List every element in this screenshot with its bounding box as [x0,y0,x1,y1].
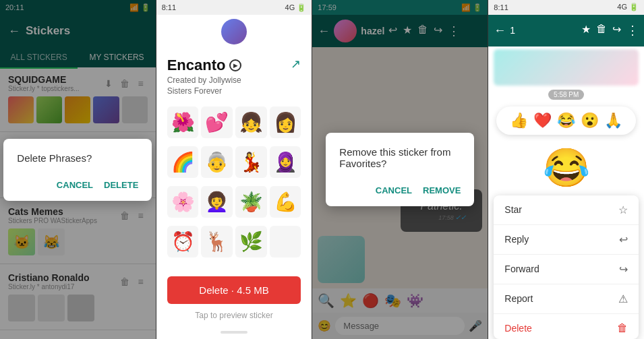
star-icon-context: ☆ [618,204,628,216]
delete-btn-container: Delete · 4.5 MB [156,268,312,308]
pack-header: Encanto ▶ Created by Jollywise Sisters F… [156,49,312,101]
context-item-delete[interactable]: Delete 🗑 [494,314,639,339]
sticker-cell[interactable]: 👩‍🦱 [201,186,233,218]
pack-creator: Created by Jollywise [167,75,242,85]
context-item-report[interactable]: Report ⚠ [494,284,639,314]
chat-header-4: ← 1 ★ 🗑 ↪ ⋮ [488,15,644,47]
time-badge: 5:58 PM [548,90,584,100]
forward-action-icon[interactable]: ↪ [612,23,621,38]
reply-label: Reply [504,234,529,245]
sticker-cell[interactable]: ⏰ [167,226,199,257]
delete-dialog-actions: CANCEL DELETE [17,177,138,193]
emoji-reaction-bar: 👍 ❤️ 😂 😮 🙏 [496,106,636,135]
back-button-4[interactable]: ← [494,24,506,38]
delete-button[interactable]: DELETE [104,177,138,193]
emoji-heart[interactable]: ❤️ [533,112,552,129]
star-action-icon[interactable]: ★ [581,23,591,38]
sticker-cell[interactable]: 👵 [201,146,233,178]
share-button[interactable]: ↗ [291,57,301,71]
blurred-image [494,49,639,86]
sticker-cell[interactable]: 🌺 [167,106,199,138]
emoji-laugh[interactable]: 😂 [557,112,575,129]
context-item-star[interactable]: Star ☆ [494,195,639,225]
cancel-button-3[interactable]: CANCEL [376,183,412,198]
sticker-cell[interactable]: 🦌 [201,226,233,257]
sticker-cell[interactable]: 🌈 [167,146,199,178]
remove-favorites-title: Remove this sticker from Favorites? [339,146,461,169]
reply-icon-context: ↩ [619,233,628,246]
remove-favorites-actions: CANCEL REMOVE [339,183,461,198]
context-item-forward[interactable]: Forward ↪ [494,255,639,284]
time-2: 8:11 [162,3,176,11]
more-menu-icon-4[interactable]: ⋮ [626,23,639,38]
context-menu: Star ☆ Reply ↩ Forward ↪ Report ⚠ Delete… [494,195,639,339]
report-label: Report [504,293,533,304]
selected-laugh-emoji: 😂 [488,140,644,195]
sticker-cell[interactable]: 👧 [235,106,267,138]
sticker-cell[interactable] [270,226,301,257]
panel-encanto-pack: 8:11 4G 🔋 Encanto ▶ Created by Jollywise… [156,0,313,339]
panel-sticker-list: 20:11 📶 🔋 ← Stickers ALL STICKERS MY STI… [0,0,156,339]
emoji-thumbs-up[interactable]: 👍 [510,112,528,129]
context-item-reply[interactable]: Reply ↩ [494,225,639,255]
cancel-button[interactable]: CANCEL [57,177,93,193]
delete-dialog: Delete Phrases? CANCEL DELETE [3,139,152,201]
emoji-wow[interactable]: 😮 [581,112,599,129]
delete-dialog-title: Delete Phrases? [17,152,138,164]
sticker-cell[interactable]: 👩 [270,106,301,138]
chat-actions-4: ★ 🗑 ↪ ⋮ [581,23,639,38]
emoji-pray[interactable]: 🙏 [604,112,622,129]
sticker-cell[interactable]: 💕 [201,106,233,138]
bottom-bar [221,331,247,334]
sticker-cell[interactable]: 🧕 [270,146,301,178]
delete-icon-context: 🗑 [617,322,628,334]
delete-label: Delete [504,323,531,334]
play-icon[interactable]: ▶ [229,59,241,71]
sticker-grid-encanto: 🌺 💕 👧 👩 🌈 👵 💃 🧕 🌸 👩‍🦱 🪴 💪 ⏰ 🦌 🌿 [156,101,312,268]
pack-title: Encanto ▶ [167,57,242,74]
sticker-cell[interactable]: 🌸 [167,186,199,218]
sticker-cell[interactable]: 🌿 [235,226,267,257]
sticker-cell[interactable]: 💪 [270,186,301,218]
delete-dialog-overlay: Delete Phrases? CANCEL DELETE [0,0,156,339]
delete-pack-button[interactable]: Delete · 4.5 MB [167,276,301,304]
status-bar-4: 8:11 4G 🔋 [488,0,644,15]
forward-label: Forward [504,264,539,274]
remove-button[interactable]: REMOVE [423,183,461,198]
time-4: 8:11 [494,3,508,11]
remove-favorites-dialog: Remove this sticker from Favorites? CANC… [326,133,474,206]
remove-favorites-overlay: Remove this sticker from Favorites? CANC… [312,0,488,339]
icons-2: 4G 🔋 [285,3,307,12]
hazel-avatar [221,19,247,44]
sticker-cell[interactable]: 💃 [235,146,267,178]
status-bar-2: 8:11 4G 🔋 [156,0,312,15]
panel-context-menu: 8:11 4G 🔋 ← 1 ★ 🗑 ↪ ⋮ 5:58 PM 👍 ❤️ 😂 😮 🙏… [488,0,644,339]
selected-count: 1 [510,25,515,36]
star-label: Star [504,204,522,215]
panel-chat: 17:59 📶 🔋 ← hazel ↩ ★ 🗑 ↪ ⋮ "Pathetic." … [312,0,488,339]
tap-preview-text: Tap to preview sticker [156,308,312,328]
report-icon-context: ⚠ [618,292,628,305]
forward-icon-context: ↪ [619,263,628,276]
pack-subtitle: Sisters Forever [167,86,242,96]
icons-4: 4G 🔋 [617,3,639,11]
trash-action-icon[interactable]: 🗑 [596,23,607,38]
sticker-cell[interactable]: 🪴 [235,186,267,218]
